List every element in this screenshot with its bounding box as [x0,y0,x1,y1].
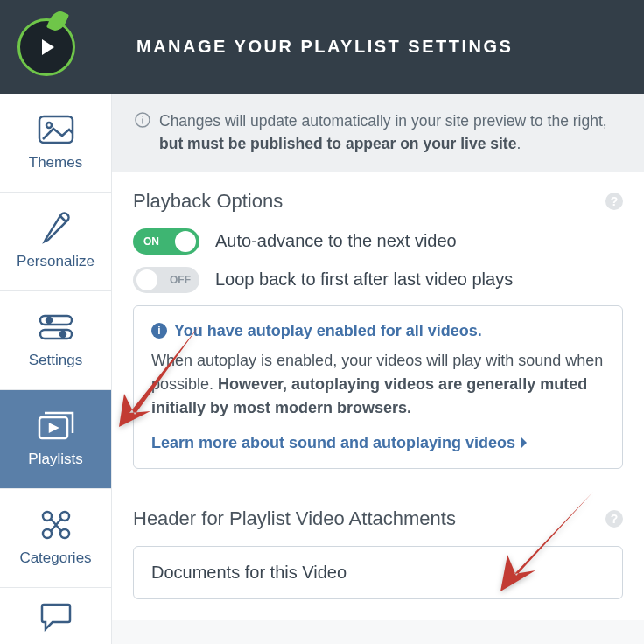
option-auto-advance: ON Auto-advance to the next video [133,228,623,255]
alert-body: When autoplay is enabled, your videos wi… [151,349,605,420]
toggle-auto-advance[interactable]: ON [133,228,200,255]
sidebar-item-label: Categories [19,550,91,567]
pencil-icon [37,213,75,244]
sitemap-icon [37,509,75,541]
sidebar-item-personalize[interactable]: Personalize [0,192,111,291]
svg-rect-4 [40,330,72,339]
banner-text: Changes will update automatically in you… [159,109,621,156]
app-header: MANAGE YOUR PLAYLIST SETTINGS [0,0,644,94]
svg-point-3 [46,318,52,323]
info-circle-icon: i [151,323,167,339]
option-loop: OFF Loop back to first after last video … [133,267,623,293]
main-container: Themes Personalize Settings Playlists Ca… [0,94,644,644]
toggle-knob [175,231,196,252]
option-label: Auto-advance to the next video [215,231,457,251]
sidebar: Themes Personalize Settings Playlists Ca… [0,94,112,644]
section-title: Playback Options [133,190,283,213]
alert-title: i You have autoplay enabled for all vide… [151,322,605,340]
image-icon [37,114,75,145]
option-label: Loop back to first after last video play… [215,270,513,290]
chevron-right-icon [521,437,528,449]
svg-rect-2 [40,316,72,325]
sidebar-item-label: Playlists [28,451,82,468]
sidebar-item-settings[interactable]: Settings [0,291,111,390]
autoplay-alert: i You have autoplay enabled for all vide… [133,305,623,469]
page-title: MANAGE YOUR PLAYLIST SETTINGS [136,37,513,57]
sidebar-item-comments[interactable] [0,588,111,640]
toggle-knob [136,270,158,290]
main-panel: Changes will update automatically in you… [112,94,644,644]
alert-learn-more-link[interactable]: Learn more about sound and autoplaying v… [151,434,605,452]
attachments-section: Header for Playlist Video Attachments ? [112,486,644,620]
speech-bubble-icon [37,602,75,634]
sliders-icon [37,312,75,343]
svg-text:i: i [158,325,160,337]
attachments-header-input[interactable] [133,546,623,599]
playback-section: Playback Options ? ON Auto-advance to th… [112,172,644,486]
svg-point-1 [46,122,52,128]
playlist-icon [37,410,75,442]
sidebar-item-categories[interactable]: Categories [0,489,111,588]
app-logo [18,18,75,76]
info-icon [135,112,150,128]
section-title: Header for Playlist Video Attachments [133,508,456,530]
sidebar-item-label: Personalize [17,253,94,270]
sidebar-item-themes[interactable]: Themes [0,94,111,192]
svg-point-5 [60,332,66,337]
sidebar-item-label: Themes [29,154,82,172]
help-icon[interactable]: ? [606,192,623,210]
info-banner: Changes will update automatically in you… [112,94,644,172]
sidebar-item-playlists[interactable]: Playlists [0,390,111,489]
sidebar-item-label: Settings [29,352,82,369]
help-icon[interactable]: ? [606,510,623,528]
toggle-loop[interactable]: OFF [133,267,200,293]
